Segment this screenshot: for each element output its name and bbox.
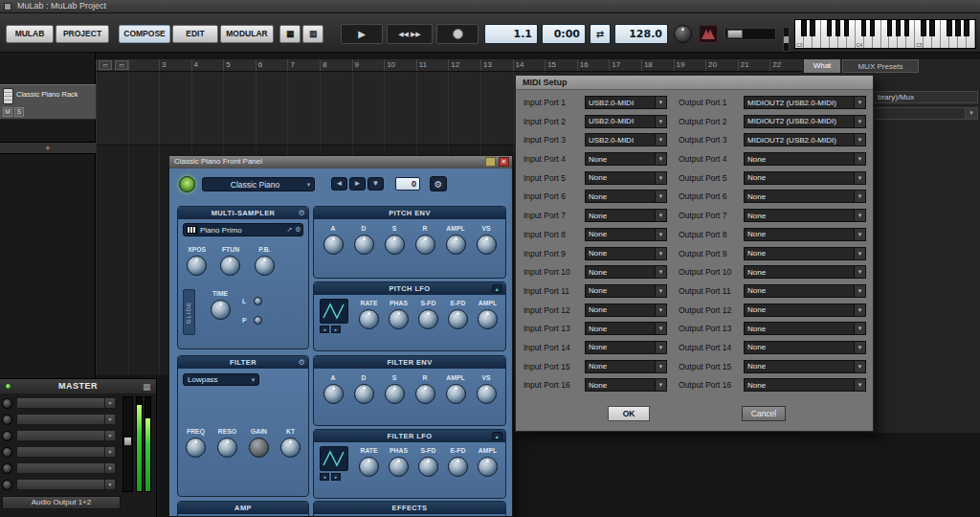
minimize-button[interactable] (485, 157, 496, 167)
piano-black-key[interactable] (810, 20, 815, 36)
input-port-select[interactable]: None ▼ (585, 228, 667, 241)
freq-knob[interactable] (186, 438, 206, 458)
dropdown-arrow-icon[interactable]: ▼ (655, 248, 666, 259)
piano-black-key[interactable] (861, 20, 867, 36)
preset-next-button[interactable]: ► (349, 177, 366, 191)
forward-icon[interactable]: ▶▶ (411, 31, 421, 37)
dropdown-arrow-icon[interactable]: ▼ (655, 266, 666, 278)
gear-icon[interactable]: ⚙ (298, 207, 305, 219)
output-port-select[interactable]: None ▼ (744, 152, 866, 166)
ruler-tool-icon[interactable]: ▭ (99, 60, 112, 70)
channel-select[interactable]: ▼ (16, 446, 116, 458)
edit-tab-button[interactable]: EDIT (172, 25, 218, 43)
channel-select[interactable]: ▼ (16, 397, 116, 409)
track-row[interactable]: Classic Piano Rack M S (0, 84, 96, 120)
wave-prev-button[interactable]: ◂ (320, 326, 329, 333)
dropdown-arrow-icon[interactable]: ▼ (965, 108, 977, 119)
fader-handle[interactable] (124, 438, 131, 445)
wave-next-button[interactable]: ▸ (331, 473, 341, 481)
dropdown-arrow-icon[interactable]: ▼ (854, 304, 865, 316)
dropdown-arrow-icon[interactable]: ▼ (104, 463, 115, 473)
dropdown-arrow-icon[interactable]: ▼ (854, 191, 865, 202)
loop-region-icon[interactable]: ▭ (115, 60, 128, 70)
output-port-select[interactable]: None ▼ (744, 265, 866, 279)
add-track-button[interactable]: + (0, 142, 96, 154)
output-port-select[interactable]: MIDIOUT2 (USB2.0-MIDI) ▼ (744, 133, 866, 146)
mixer-view-icon[interactable]: ▥ (302, 25, 323, 43)
dropdown-arrow-icon[interactable]: ▼ (854, 172, 865, 184)
input-port-select[interactable]: None ▼ (585, 378, 667, 392)
env-knob[interactable] (354, 235, 374, 255)
gain-knob[interactable] (249, 438, 269, 458)
open-editor-icon[interactable]: ↗ (285, 226, 294, 234)
dropdown-arrow-icon[interactable]: ▼ (854, 285, 865, 297)
output-port-select[interactable]: None ▼ (744, 209, 866, 222)
ok-button[interactable]: OK (608, 406, 650, 421)
input-port-select[interactable]: None ▼ (585, 360, 667, 373)
edit-counter-display[interactable]: 0 (395, 177, 420, 191)
dropdown-arrow-icon[interactable]: ▼ (854, 323, 865, 334)
wave-prev-button[interactable]: ◂ (320, 473, 329, 481)
preset-prev-button[interactable]: ◄ (331, 177, 347, 191)
lfo-knob[interactable] (418, 457, 438, 477)
power-button[interactable] (179, 176, 195, 192)
lfo-knob[interactable] (418, 309, 438, 329)
kt-knob[interactable] (280, 438, 301, 458)
track-name[interactable]: Classic Piano Rack (16, 90, 94, 99)
settings-gear-button[interactable]: ⚙ (430, 176, 447, 191)
piano-keyboard[interactable]: C3C4C5 (794, 19, 976, 49)
input-port-select[interactable]: USB2.0-MIDI ▼ (585, 96, 667, 109)
loop-toggle-icon[interactable]: ⇄ (590, 24, 611, 44)
env-knob[interactable] (477, 384, 497, 404)
piano-black-key[interactable] (964, 20, 969, 36)
input-port-select[interactable]: None ▼ (585, 322, 667, 335)
dropdown-arrow-icon[interactable]: ▼ (655, 361, 666, 372)
dropdown-arrow-icon[interactable]: ▼ (655, 191, 666, 202)
project-menu-button[interactable]: PROJECT (56, 25, 109, 43)
lfo-knob[interactable] (448, 457, 468, 477)
dropdown-arrow-icon[interactable]: ▼ (303, 182, 314, 188)
piano-black-key[interactable] (904, 20, 910, 36)
preset-menu-button[interactable]: ▼ (368, 177, 384, 191)
dropdown-arrow-icon[interactable]: ▼ (854, 97, 865, 108)
dropdown-arrow-icon[interactable]: ▼ (854, 342, 865, 353)
gear-icon[interactable]: ⚙ (298, 356, 305, 369)
channel-knob[interactable] (2, 447, 12, 458)
piano-black-key[interactable] (835, 20, 841, 36)
audio-output-button[interactable]: Audio Output 1+2 (2, 496, 121, 509)
dropdown-arrow-icon[interactable]: ▼ (854, 379, 865, 391)
env-knob[interactable] (415, 384, 435, 404)
compose-tab-button[interactable]: COMPOSE (119, 25, 170, 43)
legato-toggle[interactable] (254, 297, 262, 305)
env-knob[interactable] (446, 384, 466, 404)
mute-button[interactable]: M (3, 107, 12, 117)
input-port-select[interactable]: USB2.0-MIDI ▼ (585, 115, 667, 128)
output-port-select[interactable]: None ▼ (744, 303, 866, 317)
output-port-select[interactable]: MIDIOUT2 (USB2.0-MIDI) ▼ (744, 115, 866, 128)
front-panel-titlebar[interactable]: Classic Piano Front Panel ✕ (169, 156, 512, 169)
channel-select[interactable]: ▼ (16, 430, 116, 441)
mulab-menu-button[interactable]: MULAB (6, 25, 54, 43)
dropdown-arrow-icon[interactable]: ▼ (655, 342, 666, 353)
gear-icon[interactable]: ⚙ (294, 226, 302, 234)
piano-black-key[interactable] (887, 20, 893, 36)
env-knob[interactable] (323, 235, 344, 255)
dropdown-arrow-icon[interactable]: ▼ (854, 248, 865, 259)
position-time-display[interactable]: 0:00 (542, 24, 586, 44)
lfo-wave-icon[interactable]: ▲ (492, 432, 502, 440)
close-button[interactable]: ✕ (499, 157, 509, 167)
piano-black-key[interactable] (801, 20, 807, 36)
dropdown-arrow-icon[interactable]: ▼ (854, 153, 865, 165)
output-port-select[interactable]: MIDIOUT2 (USB2.0-MIDI) ▼ (744, 96, 866, 109)
dropdown-arrow-icon[interactable]: ▼ (854, 361, 865, 372)
output-port-select[interactable]: None ▼ (744, 284, 866, 298)
input-port-select[interactable]: None ▼ (585, 303, 667, 317)
dropdown-arrow-icon[interactable]: ▼ (104, 447, 115, 457)
env-knob[interactable] (385, 235, 405, 255)
output-port-select[interactable]: None ▼ (744, 378, 866, 392)
channel-select[interactable]: ▼ (16, 414, 116, 425)
channel-knob[interactable] (2, 415, 12, 425)
dropdown-arrow-icon[interactable]: ▼ (248, 377, 258, 383)
input-port-select[interactable]: None ▼ (585, 190, 667, 203)
output-port-select[interactable]: None ▼ (744, 228, 866, 241)
